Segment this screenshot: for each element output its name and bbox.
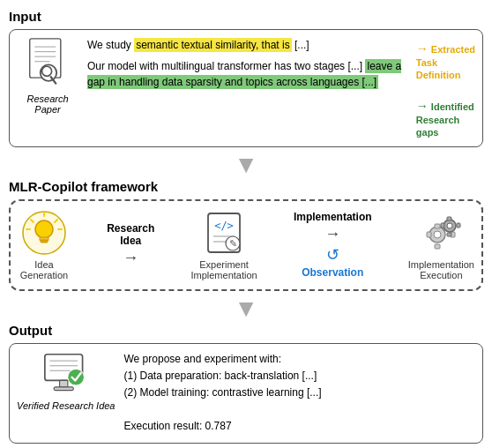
input-box: Research Paper We study semantic textual…	[9, 29, 483, 147]
monitor-label: Verified Research Idea	[17, 400, 116, 411]
forward-arrow-2: →	[324, 225, 340, 243]
research-idea-label: Research Idea	[107, 222, 154, 248]
input-text-2: Our model with multilingual transformer …	[87, 58, 409, 90]
experiment-impl-label: ExperimentImplementation	[190, 259, 257, 280]
gears-icon	[418, 210, 464, 256]
paper-icon-area: Research Paper	[17, 37, 78, 115]
annotation-area: We study semantic textual similarity, th…	[87, 37, 475, 139]
observation-label: Observation	[302, 266, 363, 279]
flow-experiment-impl: </> ✎ ExperimentImplementation	[190, 210, 257, 280]
output-section: Output Ve	[9, 323, 483, 444]
input-text-1: We study semantic textual similarity, th…	[87, 37, 409, 53]
annotation-task-def: → Extracted Task Definition	[416, 41, 475, 82]
arrow-input-to-framework: ▼	[9, 153, 483, 177]
annotations-col: → Extracted Task Definition → Identified…	[416, 37, 475, 139]
input-section: Input Research Paper	[9, 9, 483, 147]
annotation-research-gaps: → Identified Research gaps	[416, 98, 475, 139]
flow-impl-execution: ImplementationExecution	[408, 210, 474, 280]
input-title: Input	[9, 9, 483, 24]
input-content: Research Paper We study semantic textual…	[17, 37, 475, 139]
implementation-label: Implementation	[294, 211, 372, 223]
forward-arrow-1: →	[123, 249, 138, 267]
svg-rect-34	[457, 223, 460, 228]
output-title: Output	[9, 323, 483, 338]
svg-rect-32	[447, 233, 451, 236]
monitor-checkmark-icon	[41, 351, 92, 397]
output-content: Verified Research Idea We propose and ex…	[17, 351, 475, 436]
backward-arrow: ↺	[326, 245, 339, 265]
framework-flow: IdeaGeneration Research Idea → </> ✎ Ex	[18, 210, 474, 280]
svg-text:✎: ✎	[229, 238, 237, 249]
monitor-icon-area: Verified Research Idea	[17, 351, 116, 411]
svg-point-24	[434, 231, 441, 238]
framework-section: MLR-Copilot framework IdeaGene	[9, 179, 483, 291]
text2-normal1: Our model with multilingual transformer …	[87, 60, 365, 72]
arrow-research-idea: Research Idea →	[107, 222, 154, 268]
svg-rect-33	[441, 223, 444, 228]
svg-rect-27	[427, 232, 431, 237]
svg-rect-26	[435, 244, 440, 249]
svg-rect-40	[54, 386, 73, 390]
code-doc-icon: </> ✎	[201, 210, 247, 256]
paper-label: Research Paper	[17, 93, 78, 115]
idea-generation-label: IdeaGeneration	[20, 259, 68, 280]
arrow-pair-impl-obs: Implementation → ↺ Observation	[294, 211, 372, 280]
svg-text:</>: </>	[214, 220, 234, 232]
output-text: We propose and experiment with: (1) Data…	[124, 351, 476, 436]
arrow-framework-to-output: ▼	[9, 296, 483, 321]
svg-point-9	[35, 220, 53, 238]
svg-point-30	[447, 223, 452, 228]
svg-rect-39	[59, 380, 67, 386]
text1-normal2: [...]	[292, 39, 309, 51]
svg-rect-31	[447, 217, 451, 220]
output-box: Verified Research Idea We propose and ex…	[9, 343, 483, 444]
text1-normal1: We study	[87, 39, 134, 51]
svg-point-6	[41, 66, 51, 76]
svg-rect-11	[41, 240, 48, 243]
framework-box: IdeaGeneration Research Idea → </> ✎ Ex	[9, 199, 483, 291]
svg-point-42	[68, 369, 85, 385]
text-area: We study semantic textual similarity, th…	[87, 37, 409, 139]
text1-highlight: semantic textual similarity, that is	[134, 38, 292, 52]
research-paper-icon	[24, 37, 72, 90]
svg-rect-25	[435, 224, 440, 228]
framework-title: MLR-Copilot framework	[9, 179, 483, 194]
lightbulb-icon	[21, 210, 67, 256]
impl-execution-label: ImplementationExecution	[408, 259, 474, 280]
flow-idea-generation: IdeaGeneration	[18, 210, 71, 280]
